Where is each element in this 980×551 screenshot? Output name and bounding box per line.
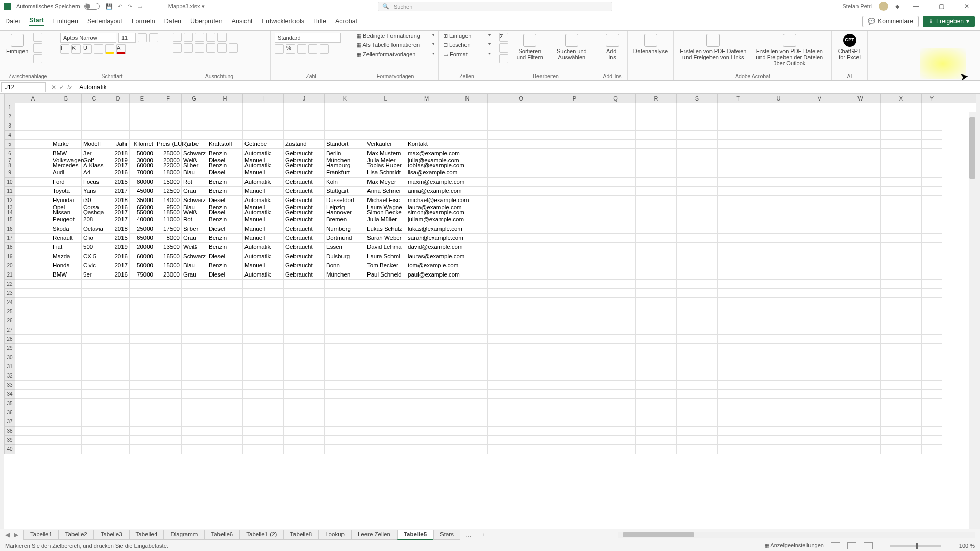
cell[interactable] <box>325 371 365 381</box>
cell[interactable] <box>799 158 840 163</box>
cell[interactable] <box>799 289 840 298</box>
cell[interactable]: Bonn <box>325 261 365 270</box>
cell[interactable]: Diesel <box>207 210 243 215</box>
cell[interactable] <box>840 335 881 344</box>
cell[interactable] <box>365 390 406 399</box>
cell[interactable] <box>207 408 243 417</box>
zoom-slider[interactable] <box>890 545 941 547</box>
cell[interactable] <box>447 163 488 168</box>
cell[interactable] <box>488 215 554 224</box>
cell[interactable] <box>922 149 942 158</box>
col-header-O[interactable]: O <box>488 94 554 103</box>
cell[interactable] <box>447 112 488 121</box>
cell[interactable] <box>799 196 840 205</box>
cell[interactable] <box>595 163 636 168</box>
cell[interactable] <box>365 335 406 344</box>
cell[interactable] <box>182 362 207 371</box>
cell[interactable] <box>447 445 488 454</box>
row-header[interactable]: 11 <box>4 187 15 196</box>
cell[interactable] <box>207 445 243 454</box>
cell[interactable] <box>325 298 365 307</box>
cell[interactable] <box>406 307 447 316</box>
cell[interactable] <box>447 270 488 280</box>
cell[interactable] <box>488 178 554 187</box>
cell[interactable] <box>636 131 677 140</box>
col-header-T[interactable]: T <box>718 94 758 103</box>
cell[interactable] <box>881 280 922 289</box>
cell[interactable]: Weiß <box>182 210 207 215</box>
cell[interactable] <box>840 408 881 417</box>
cell[interactable] <box>799 353 840 362</box>
cell[interactable] <box>130 289 155 298</box>
cell[interactable]: sarah@example.com <box>406 234 447 243</box>
col-header-N[interactable]: N <box>447 94 488 103</box>
cell[interactable] <box>447 224 488 234</box>
cell[interactable] <box>799 131 840 140</box>
cell[interactable]: David Lehma <box>365 243 406 252</box>
cell[interactable]: Nissan <box>51 210 82 215</box>
cell[interactable]: tobias@example.com <box>406 163 447 168</box>
cell[interactable] <box>799 224 840 234</box>
cell[interactable] <box>182 131 207 140</box>
cell[interactable] <box>677 325 718 335</box>
cell[interactable] <box>406 408 447 417</box>
cell[interactable] <box>155 298 182 307</box>
underline-icon[interactable]: U <box>83 44 92 54</box>
cell[interactable]: Gebraucht <box>284 270 325 280</box>
cell[interactable] <box>182 325 207 335</box>
cell[interactable] <box>718 205 758 210</box>
cell[interactable]: Diesel <box>207 168 243 178</box>
cell[interactable] <box>107 445 130 454</box>
name-box[interactable]: J12 <box>1 82 46 92</box>
cell[interactable]: Schwarz <box>182 252 207 261</box>
cell[interactable] <box>595 325 636 335</box>
cell[interactable] <box>881 131 922 140</box>
cell[interactable]: Benzin <box>207 261 243 270</box>
cell[interactable] <box>595 417 636 427</box>
cell[interactable] <box>207 121 243 131</box>
cell[interactable] <box>677 390 718 399</box>
cell[interactable]: 65000 <box>130 234 155 243</box>
cell[interactable] <box>554 205 595 210</box>
cell[interactable]: Zustand <box>284 140 325 149</box>
cell[interactable] <box>636 436 677 445</box>
cell[interactable] <box>758 390 799 399</box>
cell[interactable]: 25000 <box>130 224 155 234</box>
cell[interactable] <box>922 436 942 445</box>
cell[interactable] <box>799 243 840 252</box>
cell[interactable] <box>15 436 51 445</box>
cell[interactable] <box>922 280 942 289</box>
cell[interactable] <box>799 168 840 178</box>
undo-icon[interactable]: ↶ <box>118 3 122 10</box>
cell[interactable] <box>51 344 82 353</box>
cell[interactable] <box>15 121 51 131</box>
cell[interactable] <box>840 103 881 112</box>
cell[interactable] <box>488 112 554 121</box>
cell[interactable] <box>840 427 881 436</box>
cell[interactable] <box>488 316 554 325</box>
sheet-prev-icon[interactable]: ◀ <box>5 531 10 538</box>
cell[interactable] <box>182 399 207 408</box>
row-header[interactable]: 29 <box>4 344 15 353</box>
cell[interactable] <box>718 399 758 408</box>
cell[interactable] <box>365 298 406 307</box>
cell[interactable] <box>155 344 182 353</box>
cell[interactable] <box>15 243 51 252</box>
cell[interactable] <box>488 224 554 234</box>
cell[interactable] <box>130 390 155 399</box>
cell[interactable] <box>922 205 942 210</box>
redo-icon[interactable]: ↷ <box>128 3 132 10</box>
cell[interactable]: Automatik <box>243 210 284 215</box>
cell[interactable] <box>488 196 554 205</box>
cell[interactable] <box>718 381 758 390</box>
col-header-V[interactable]: V <box>799 94 840 103</box>
cell[interactable] <box>881 168 922 178</box>
cell[interactable] <box>922 417 942 427</box>
cell[interactable] <box>758 140 799 149</box>
cell[interactable] <box>488 325 554 335</box>
scrollbar-vertical[interactable] <box>969 112 976 529</box>
cell[interactable] <box>130 445 155 454</box>
cell[interactable] <box>554 399 595 408</box>
cell[interactable]: 40000 <box>130 215 155 224</box>
cell[interactable] <box>365 362 406 371</box>
